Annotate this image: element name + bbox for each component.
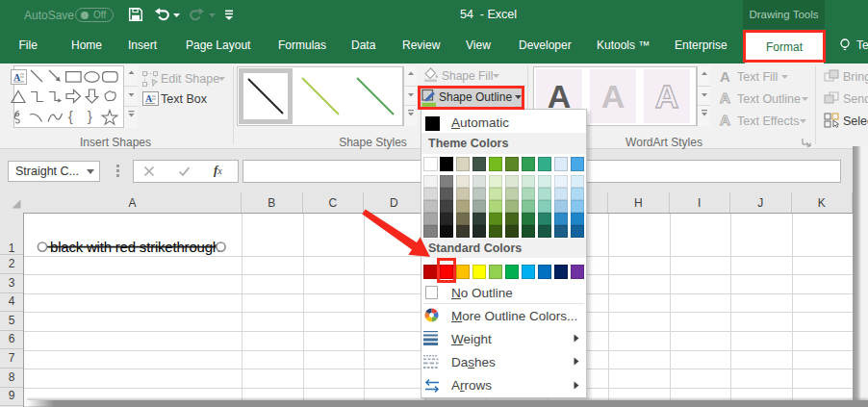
svg-text:A: A <box>13 72 21 83</box>
svg-text:A: A <box>145 93 153 104</box>
